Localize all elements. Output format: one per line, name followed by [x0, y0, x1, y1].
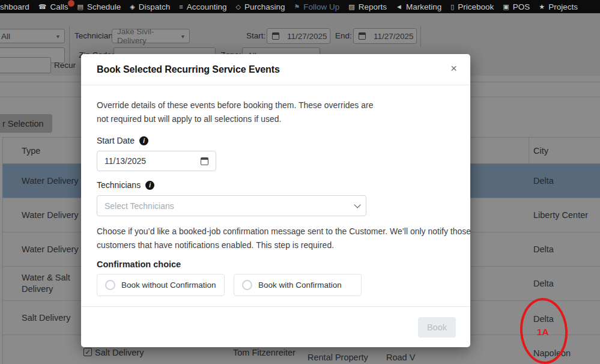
- close-icon[interactable]: [450, 62, 457, 74]
- nav-item-label: Pricebook: [458, 2, 494, 11]
- nav-item-purchasing[interactable]: Purchasing: [235, 2, 285, 11]
- book-recurring-events-modal: Book Selected Recurring Service Events O…: [81, 54, 470, 347]
- nav-item-label: Schedule: [87, 2, 121, 11]
- annotation-label: 1A: [537, 327, 549, 338]
- flag-icon: [294, 3, 300, 11]
- calls-badge: [68, 0, 74, 7]
- register-icon: [503, 3, 509, 11]
- modal-title: Book Selected Recurring Service Events: [97, 64, 280, 75]
- nav-item-marketing[interactable]: Marketing: [396, 2, 441, 11]
- nav-item-label: Reports: [359, 2, 387, 11]
- info-icon[interactable]: [145, 181, 154, 190]
- modal-intro-text: Override details of these events before …: [97, 99, 386, 126]
- calendar-icon: [77, 3, 83, 11]
- truck-icon: [130, 3, 135, 11]
- nav-item-label: Marketing: [406, 2, 441, 11]
- nav-item-label: POS: [513, 2, 530, 11]
- technicians-placeholder: Select Technicians: [105, 201, 174, 211]
- top-navbar: shboard Calls Schedule Dispatch Accounti…: [0, 0, 600, 13]
- book-icon: [450, 3, 454, 11]
- calendar-icon: [201, 157, 208, 165]
- modal-footer: Book: [81, 306, 470, 347]
- nav-item-follow-up[interactable]: Follow Up: [294, 2, 339, 11]
- book-with-confirmation-option[interactable]: Book with Confirmation: [234, 274, 362, 296]
- modal-body: Override details of these events before …: [81, 85, 470, 296]
- star-icon: [539, 3, 545, 11]
- start-date-label: Start Date: [97, 136, 135, 145]
- info-icon[interactable]: [139, 136, 148, 145]
- ledger-icon: [179, 3, 183, 10]
- nav-item-label: Follow Up: [303, 2, 339, 11]
- nav-item-label: shboard: [0, 2, 29, 11]
- megaphone-icon: [396, 3, 402, 10]
- nav-item-label: Accounting: [187, 2, 227, 11]
- nav-item-pricebook[interactable]: Pricebook: [450, 2, 494, 11]
- nav-item-dashboard[interactable]: shboard: [0, 2, 29, 11]
- option-label: Book without Confirmation: [121, 281, 216, 290]
- start-date-value: 11/13/2025: [105, 156, 146, 166]
- confirmation-note-text: Choose if you’d like a booked-job confir…: [97, 225, 474, 252]
- book-without-confirmation-option[interactable]: Book without Confirmation: [97, 274, 225, 296]
- radio-icon[interactable]: [242, 280, 252, 290]
- bar-chart-icon: [348, 3, 354, 11]
- book-button[interactable]: Book: [418, 317, 456, 338]
- chevron-down-icon: [354, 201, 360, 208]
- phone-icon: [38, 3, 47, 11]
- nav-item-dispatch[interactable]: Dispatch: [130, 2, 170, 11]
- technicians-label: Technicians: [97, 180, 141, 190]
- modal-start-date-input[interactable]: 11/13/2025: [97, 151, 216, 171]
- confirmation-options: Book without Confirmation Book with Conf…: [97, 274, 455, 296]
- nav-item-label: Dispatch: [139, 2, 171, 11]
- nav-item-label: Calls: [50, 2, 68, 11]
- nav-item-label: Projects: [548, 2, 578, 11]
- nav-item-schedule[interactable]: Schedule: [77, 2, 121, 11]
- nav-item-calls[interactable]: Calls: [38, 2, 68, 11]
- app-window: All Technician: Jake Sivil-Delivery Star…: [0, 0, 600, 364]
- nav-item-reports[interactable]: Reports: [348, 2, 387, 11]
- confirmation-choice-label: Confirmation choice: [97, 259, 455, 269]
- technicians-select[interactable]: Select Technicians: [97, 195, 366, 216]
- nav-item-pos[interactable]: POS: [503, 2, 530, 11]
- box-icon: [235, 3, 240, 11]
- modal-header: Book Selected Recurring Service Events: [81, 54, 470, 85]
- nav-item-projects[interactable]: Projects: [539, 2, 578, 11]
- nav-item-accounting[interactable]: Accounting: [179, 2, 226, 11]
- nav-item-label: Purchasing: [244, 2, 285, 11]
- option-label: Book with Confirmation: [258, 281, 342, 290]
- radio-icon[interactable]: [105, 280, 115, 290]
